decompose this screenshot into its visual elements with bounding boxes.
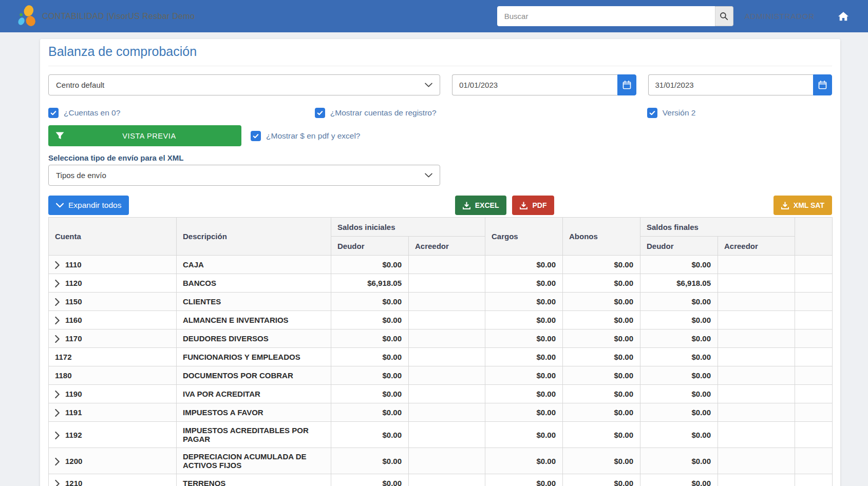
- saldo-inicial-deudor-cell: $0.00: [331, 448, 409, 474]
- expand-row-toggle[interactable]: [55, 479, 61, 486]
- abonos-cell: $0.00: [563, 329, 640, 348]
- saldo-inicial-acreedor-cell: [409, 256, 485, 274]
- saldo-final-deudor-cell: $0.00: [640, 366, 718, 385]
- account-description-cell: TERRENOS: [177, 474, 331, 486]
- table-row: 1180DOCUMENTOS POR COBRAR$0.00$0.00$0.00…: [49, 366, 833, 385]
- expand-row-icon[interactable]: [55, 280, 60, 287]
- centro-select-value: Centro default: [56, 81, 104, 89]
- account-cell: 1180: [49, 366, 177, 385]
- pdf-button[interactable]: PDF: [512, 196, 554, 215]
- saldo-final-deudor-cell: $0.00: [640, 448, 718, 474]
- row-end-cell: [795, 348, 833, 366]
- saldo-final-deudor-cell: $6,918.05: [640, 274, 718, 293]
- header-cuenta: Cuenta: [49, 218, 177, 256]
- expand-row-toggle[interactable]: [55, 297, 61, 306]
- calendar-icon: [818, 81, 827, 89]
- saldo-final-acreedor-cell: [718, 385, 795, 403]
- user-menu[interactable]: ADMINISTRADOR: [745, 12, 815, 21]
- chevron-down-icon: [56, 203, 64, 208]
- search-icon: [720, 12, 728, 21]
- centro-select[interactable]: Centro default: [48, 74, 440, 95]
- account-description-cell: IMPUESTOS ACREDITABLES POR PAGAR: [177, 422, 331, 448]
- account-cell: 1120: [49, 274, 177, 293]
- account-cell: 1191: [49, 403, 177, 422]
- row-end-cell: [795, 256, 833, 274]
- expand-row-toggle[interactable]: [55, 390, 61, 398]
- vista-previa-button[interactable]: VISTA PREVIA: [48, 125, 241, 146]
- cargos-cell: $0.00: [485, 422, 563, 448]
- expand-row-icon[interactable]: [55, 261, 60, 269]
- abonos-cell: $0.00: [563, 256, 640, 274]
- excel-button[interactable]: EXCEL: [455, 196, 507, 215]
- date-from-calendar-button[interactable]: [617, 74, 636, 95]
- search-button[interactable]: [715, 6, 733, 26]
- expand-row-icon[interactable]: [55, 317, 60, 324]
- expand-row-icon[interactable]: [55, 409, 60, 417]
- checkbox-mostrar-registro[interactable]: ¿Mostrar cuentas de registro?: [315, 108, 647, 118]
- expand-row-toggle[interactable]: [55, 457, 61, 465]
- expand-row-icon[interactable]: [55, 391, 60, 398]
- search-input[interactable]: [497, 6, 715, 26]
- account-cell: 1110: [49, 256, 177, 274]
- expandir-todos-label: Expandir todos: [68, 201, 121, 210]
- expand-row-icon[interactable]: [55, 298, 60, 306]
- saldo-inicial-acreedor-cell: [409, 293, 485, 311]
- abonos-cell: $0.00: [563, 403, 640, 422]
- expand-row-toggle[interactable]: [55, 431, 61, 439]
- table-row: 1191IMPUESTOS A FAVOR$0.00$0.00$0.00$0.0…: [49, 403, 833, 422]
- search-box: [497, 6, 733, 26]
- saldo-inicial-deudor-cell: $0.00: [331, 385, 409, 403]
- account-number: 1210: [65, 479, 82, 486]
- row-end-cell: [795, 385, 833, 403]
- brand-link[interactable]: CONTABILIDAD |VisorUS Resbar Demo: [17, 5, 195, 28]
- checkbox-mostrar-pdf-excel[interactable]: ¿Mostrar $ en pdf y excel?: [251, 131, 361, 141]
- saldo-final-deudor-cell: $0.00: [640, 474, 718, 486]
- saldo-inicial-deudor-cell: $6,918.05: [331, 274, 409, 293]
- saldo-inicial-deudor-cell: $0.00: [331, 311, 409, 329]
- expand-row-toggle[interactable]: [55, 260, 61, 269]
- table-row: 1200DEPRECIACION ACUMULADA DE ACTIVOS FI…: [49, 448, 833, 474]
- header-cargos: Cargos: [485, 218, 563, 256]
- saldo-inicial-acreedor-cell: [409, 422, 485, 448]
- account-number: 1120: [65, 279, 82, 287]
- expand-row-icon[interactable]: [55, 480, 60, 486]
- pdf-label: PDF: [532, 201, 546, 209]
- saldo-inicial-acreedor-cell: [409, 385, 485, 403]
- expand-row-toggle[interactable]: [55, 408, 61, 417]
- expand-row-toggle[interactable]: [55, 279, 61, 287]
- date-from-input[interactable]: [452, 74, 617, 95]
- account-description-cell: CAJA: [177, 256, 331, 274]
- top-navbar: CONTABILIDAD |VisorUS Resbar Demo ADMINI…: [0, 0, 868, 32]
- tipo-envio-select-value: Tipos de envío: [56, 171, 106, 180]
- account-cell: 1160: [49, 311, 177, 329]
- expand-row-toggle[interactable]: [55, 316, 61, 324]
- cargos-cell: $0.00: [485, 311, 563, 329]
- saldo-inicial-acreedor-cell: [409, 474, 485, 486]
- checked-checkbox-icon: [48, 108, 59, 118]
- account-description-cell: FUNCIONARIOS Y EMPLEADOS: [177, 348, 331, 366]
- checkbox-version-2[interactable]: Versión 2: [647, 108, 696, 118]
- account-description-cell: ALMANCEN E INVENTARIOS: [177, 311, 331, 329]
- checked-checkbox-icon: [251, 131, 261, 141]
- navbar-right: ADMINISTRADOR: [497, 6, 856, 26]
- saldo-inicial-acreedor-cell: [409, 311, 485, 329]
- account-description-cell: DOCUMENTOS POR COBRAR: [177, 366, 331, 385]
- account-number: 1190: [65, 390, 82, 398]
- checkbox-cuentas-en-0[interactable]: ¿Cuentas en 0?: [48, 108, 315, 118]
- date-to-calendar-button[interactable]: [813, 74, 832, 95]
- tipo-envio-select[interactable]: Tipos de envío: [48, 165, 440, 186]
- expand-row-toggle[interactable]: [55, 334, 61, 343]
- header-sf-deudor: Deudor: [640, 237, 718, 256]
- date-to-input[interactable]: [648, 74, 814, 95]
- cargos-cell: $0.00: [485, 366, 563, 385]
- expand-row-icon[interactable]: [55, 432, 60, 439]
- saldo-final-deudor-cell: $0.00: [640, 385, 718, 403]
- expand-row-icon[interactable]: [55, 458, 60, 465]
- home-button[interactable]: [838, 12, 848, 21]
- expand-row-icon[interactable]: [55, 335, 60, 343]
- page-title: Balanza de comprobación: [48, 44, 832, 66]
- expandir-todos-button[interactable]: Expandir todos: [48, 196, 129, 215]
- abonos-cell: $0.00: [563, 274, 640, 293]
- saldo-inicial-deudor-cell: $0.00: [331, 366, 409, 385]
- account-cell: 1170: [49, 329, 177, 348]
